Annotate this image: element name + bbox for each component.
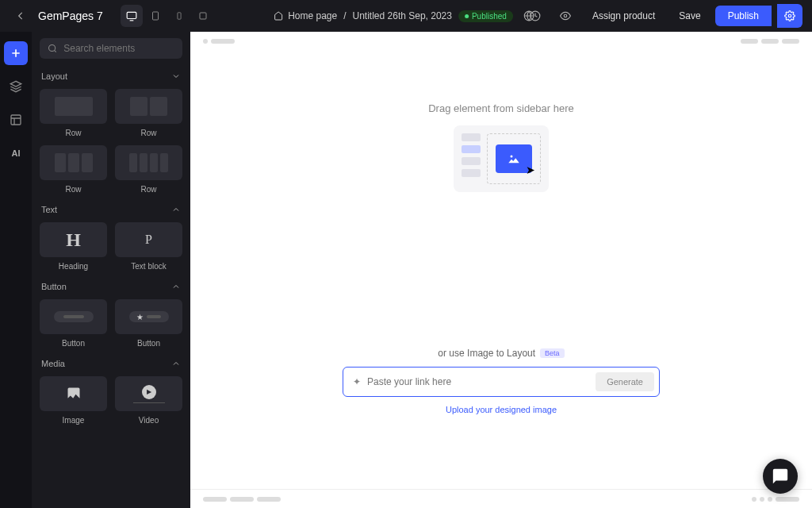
status-label: Published	[472, 12, 507, 21]
button-grid: Button ★ Button	[32, 294, 190, 352]
status-dot-icon	[465, 14, 469, 18]
element-label: Button	[137, 339, 160, 348]
device-switcher	[121, 5, 214, 27]
publish-settings-button[interactable]	[777, 4, 802, 28]
svg-point-9	[49, 44, 56, 51]
section-text-label: Text	[41, 205, 57, 214]
main: AI Layout Row Row Row	[0, 32, 812, 508]
drop-hint: Drag element from sidebar here	[428, 102, 574, 114]
nav-rail: AI	[0, 32, 32, 508]
element-row-2col[interactable]: Row	[115, 89, 182, 137]
svg-point-6	[564, 14, 567, 17]
device-desktop-button[interactable]	[121, 5, 143, 27]
topbar: GemPages 7 Home page / Untitled 26th Sep…	[0, 0, 812, 32]
svg-rect-3	[200, 13, 206, 19]
template-icon	[10, 114, 22, 126]
desktop-icon	[126, 10, 137, 21]
section-media[interactable]: Media	[32, 352, 190, 371]
search-input[interactable]	[63, 43, 174, 54]
star-icon: ★	[136, 313, 144, 321]
svg-point-10	[511, 155, 513, 157]
canvas-content: Drag element from sidebar here ➤	[190, 51, 812, 489]
generate-button[interactable]: Generate	[596, 372, 654, 391]
breadcrumb-title[interactable]: Untitled 26th Sep, 2023	[353, 10, 452, 21]
drop-illustration: ➤	[454, 125, 549, 192]
element-label: Row	[65, 129, 81, 137]
element-label: Row	[140, 129, 156, 137]
url-input-box[interactable]: ✦ Generate	[343, 367, 660, 397]
play-icon: ▶	[142, 385, 156, 399]
element-row-4col[interactable]: Row	[115, 145, 182, 194]
url-input[interactable]	[367, 376, 589, 387]
element-label: Row	[140, 185, 156, 194]
element-label: Image	[63, 416, 85, 425]
mobile-icon	[175, 10, 183, 21]
svg-rect-0	[127, 12, 136, 18]
chevron-down-icon	[171, 71, 181, 81]
element-heading[interactable]: H Heading	[40, 222, 107, 271]
text-grid: H Heading P Text block	[32, 217, 190, 275]
eye-icon	[559, 10, 572, 21]
breadcrumb-home[interactable]: Home page	[274, 10, 337, 21]
save-button[interactable]: Save	[669, 6, 710, 26]
chat-button[interactable]	[763, 459, 798, 494]
back-button[interactable]	[10, 5, 32, 27]
preview-button[interactable]	[553, 3, 578, 29]
svg-point-7	[788, 14, 791, 17]
search-box[interactable]	[40, 38, 182, 59]
canvas-top-bar	[190, 32, 812, 51]
section-text[interactable]: Text	[32, 198, 190, 217]
image-to-layout-section: or use Image to Layout Beta ✦ Generate U…	[343, 348, 660, 414]
element-row-3col[interactable]: Row	[40, 145, 107, 194]
image-icon	[63, 386, 84, 402]
svg-rect-2	[178, 13, 181, 19]
rail-template-button[interactable]	[4, 108, 28, 132]
expand-icon	[198, 11, 208, 21]
rail-layers-button[interactable]	[4, 75, 28, 98]
placeholder-bl	[203, 497, 281, 502]
section-layout[interactable]: Layout	[32, 65, 190, 84]
device-tablet-button[interactable]	[144, 5, 167, 27]
element-label: Video	[139, 416, 159, 425]
element-image[interactable]: Image	[40, 376, 107, 425]
plus-icon	[10, 47, 22, 60]
breadcrumb: Home page / Untitled 26th Sep, 2023 Publ…	[274, 6, 538, 25]
upload-link[interactable]: Upload your designed image	[446, 405, 557, 414]
element-textblock[interactable]: P Text block	[115, 222, 182, 271]
publish-button[interactable]: Publish	[715, 6, 772, 26]
alt-label: or use Image to Layout Beta	[438, 348, 564, 359]
device-custom-button[interactable]	[192, 5, 214, 27]
placeholder-right	[741, 39, 799, 44]
section-button[interactable]: Button	[32, 275, 190, 294]
placeholder-left	[203, 39, 235, 44]
element-row-1col[interactable]: Row	[40, 89, 107, 137]
logo: GemPages 7	[38, 10, 103, 22]
chevron-up-icon	[171, 205, 181, 214]
section-media-label: Media	[41, 359, 65, 368]
elements-sidebar: Layout Row Row Row Row Text	[32, 32, 190, 508]
section-layout-label: Layout	[41, 71, 67, 81]
home-icon	[274, 11, 283, 21]
element-label: Button	[62, 339, 85, 348]
layout-grid: Row Row Row Row	[32, 84, 190, 198]
element-button-icon[interactable]: ★ Button	[115, 299, 182, 348]
canvas[interactable]: Drag element from sidebar here ➤	[190, 32, 812, 508]
element-button-plain[interactable]: Button	[40, 299, 107, 348]
svg-rect-1	[152, 12, 158, 20]
status-badge: Published	[458, 10, 513, 22]
chevron-up-icon	[171, 359, 181, 368]
tablet-icon	[151, 10, 160, 21]
media-grid: Image ▶ Video	[32, 371, 190, 429]
placeholder-br	[752, 497, 799, 502]
assign-product-button[interactable]: Assign product	[583, 6, 665, 26]
search-icon	[48, 43, 57, 54]
device-mobile-button[interactable]	[168, 5, 190, 27]
gear-icon	[784, 10, 795, 21]
alt-label-text: or use Image to Layout	[438, 348, 535, 359]
rail-add-button[interactable]	[4, 41, 28, 65]
section-button-label: Button	[41, 282, 67, 291]
element-video[interactable]: ▶ Video	[115, 376, 182, 425]
rail-ai-button[interactable]: AI	[4, 141, 28, 165]
globe-button[interactable]	[519, 6, 538, 25]
cursor-icon: ➤	[526, 164, 535, 176]
